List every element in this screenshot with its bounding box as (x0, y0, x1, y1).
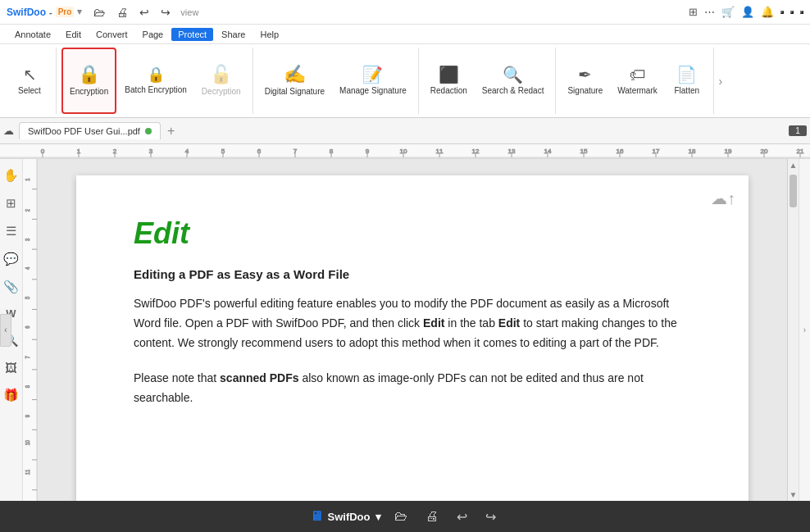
batch-encryption-label: Batch Encryption (125, 85, 187, 94)
cloud-upload-icon[interactable]: ☁↑ (711, 189, 735, 208)
scroll-down-button[interactable]: ▼ (788, 489, 799, 501)
images-icon[interactable]: 🖼 (2, 358, 20, 377)
bottom-undo-button[interactable]: ↩ (452, 507, 472, 526)
page-heading: Edit (134, 216, 691, 251)
scrollbar-thumb[interactable] (790, 175, 797, 207)
bottom-save-button[interactable]: 🗁 (389, 507, 412, 525)
digital-signature-icon: ✍ (284, 66, 306, 84)
menu-convert[interactable]: Convert (89, 28, 134, 41)
scroll-up-button[interactable]: ▲ (788, 159, 799, 171)
flatten-icon: 📄 (676, 66, 697, 83)
decryption-button[interactable]: 🔓 Decryption (195, 48, 248, 114)
svg-text:3: 3 (24, 238, 30, 241)
select-button[interactable]: ↖ Select (8, 48, 51, 114)
menu-protect[interactable]: Protect (171, 28, 213, 41)
maximize-button[interactable] (790, 11, 794, 14)
add-tab-button[interactable]: + (162, 124, 180, 139)
user-icon[interactable]: 👤 (741, 6, 754, 18)
signature-icon: ✒ (578, 66, 592, 83)
svg-text:9: 9 (24, 415, 30, 418)
tabs-bar: ☁ SwifDoo PDF User Gui...pdf + 1 (0, 118, 810, 144)
bottom-redo-button[interactable]: ↪ (480, 507, 501, 526)
print-icon-btn[interactable]: 🖨 (111, 4, 133, 20)
batch-encryption-button[interactable]: 🔒 Batch Encryption (118, 48, 193, 114)
brand-pro: Pro (56, 7, 75, 17)
redaction-button[interactable]: ⬛ Redaction (424, 48, 474, 114)
bookmarks-icon[interactable]: ☰ (3, 221, 19, 241)
toolbar-scroll-right[interactable]: › (714, 48, 727, 114)
redo-btn[interactable]: ↪ (156, 4, 175, 20)
svg-text:11: 11 (24, 469, 30, 475)
encryption-icon: 🔒 (78, 66, 100, 84)
brand-separator: - (49, 7, 52, 17)
select-icon: ↖ (23, 66, 37, 83)
main-area: ‹ ✋ ⊞ ☰ 💬 📎 W 🔍 🖼 🎁 1 2 3 4 5 (0, 159, 810, 501)
hand-tool-icon[interactable]: ✋ (1, 166, 21, 185)
menu-page[interactable]: Page (136, 28, 171, 41)
digital-signature-button[interactable]: ✍ Digital Signature (258, 48, 331, 114)
cart-icon[interactable]: 🛒 (721, 6, 735, 18)
svg-text:4: 4 (24, 266, 30, 270)
flatten-label: Flatten (674, 86, 699, 95)
right-panel-collapse[interactable]: › (799, 159, 810, 501)
decryption-label: Decryption (202, 87, 241, 96)
bottom-brand-dropdown[interactable]: ▾ (375, 511, 381, 523)
brand-name: SwifDoo (7, 7, 46, 18)
batch-encryption-icon: 🔒 (147, 67, 165, 82)
manage-signature-button[interactable]: 📝 Manage Signature (333, 48, 413, 114)
signature-button[interactable]: ✒ Signature (561, 48, 609, 114)
more-icon[interactable]: ⋯ (704, 6, 715, 18)
body-paragraph-2: Please note that scanned PDFs also known… (134, 369, 691, 408)
bottom-logo-icon: 🖥 (310, 509, 323, 524)
search-redact-button[interactable]: 🔍 Search & Redact (476, 48, 551, 114)
tab-pdf[interactable]: SwifDoo PDF User Gui...pdf (19, 122, 161, 139)
minimize-button[interactable] (780, 11, 784, 14)
menu-share[interactable]: Share (215, 28, 252, 41)
scrollbar-track[interactable] (788, 171, 799, 489)
title-bar: SwifDoo-Pro ▾ 🗁 🖨 ↩ ↪ view ⊞ ⋯ 🛒 👤 🔔 (0, 0, 810, 25)
tab-label: SwifDoo PDF User Gui...pdf (28, 126, 140, 136)
page-number-badge: 1 (789, 125, 807, 136)
bottom-print-button[interactable]: 🖨 (421, 507, 444, 525)
close-button[interactable] (800, 11, 803, 14)
signature-label: Signature (567, 86, 603, 95)
horizontal-ruler: 0 1 2 3 4 5 6 7 8 9 10 11 12 13 (0, 144, 810, 159)
bell-icon[interactable]: 🔔 (761, 6, 774, 18)
toolbar-group-select: ↖ Select (3, 48, 57, 114)
menu-annotate[interactable]: Annotate (8, 28, 57, 41)
title-bar-left: SwifDoo-Pro ▾ 🗁 🖨 ↩ ↪ view (7, 4, 202, 20)
flatten-button[interactable]: 📄 Flatten (666, 48, 708, 114)
comments-icon[interactable]: 💬 (1, 249, 21, 269)
menu-edit[interactable]: Edit (59, 28, 88, 41)
thumbnails-icon[interactable]: ⊞ (3, 193, 19, 213)
left-panel-collapse[interactable]: ‹ (0, 314, 11, 347)
save-icon-btn[interactable]: 🗁 (89, 4, 110, 20)
select-label: Select (18, 86, 41, 95)
title-nav: 🗁 🖨 ↩ ↪ view (89, 4, 202, 20)
watermark-icon: 🏷 (630, 66, 646, 83)
vertical-ruler: 1 2 3 4 5 6 7 8 9 10 11 (23, 159, 38, 501)
toolbar-group-encryption: 🔒 Encryption 🔒 Batch Encryption 🔓 Decryp… (57, 48, 253, 114)
encryption-button[interactable]: 🔒 Encryption (61, 48, 116, 114)
redaction-icon: ⬛ (439, 66, 459, 83)
grid-icon[interactable]: ⊞ (689, 6, 698, 18)
attachments-icon[interactable]: 📎 (1, 277, 21, 297)
toolbar: ↖ Select 🔒 Encryption 🔒 Batch Encryption… (0, 44, 810, 118)
vertical-scrollbar[interactable]: ▲ ▼ (787, 159, 799, 501)
content-area[interactable]: ☁↑ Edit Editing a PDF as Easy as a Word … (38, 159, 787, 501)
manage-signature-label: Manage Signature (339, 86, 407, 95)
undo-btn[interactable]: ↩ (134, 4, 154, 20)
menu-help[interactable]: Help (253, 28, 285, 41)
svg-text:6: 6 (24, 325, 30, 329)
brand-dropdown-icon[interactable]: ▾ (77, 7, 82, 17)
svg-text:5: 5 (24, 296, 30, 299)
bottom-bar: 🖥 SwifDoo ▾ 🗁 🖨 ↩ ↪ (0, 501, 810, 532)
manage-signature-icon: 📝 (362, 66, 383, 83)
toolbar-group-signature: ✍ Digital Signature 📝 Manage Signature (253, 48, 419, 114)
view-menu-item[interactable]: view (177, 6, 202, 19)
gift-icon[interactable]: 🎁 (1, 385, 21, 405)
cloud-icon: ☁ (3, 125, 14, 137)
body-paragraph-1: SwifDoo PDF's powerful editing feature e… (134, 294, 691, 352)
watermark-button[interactable]: 🏷 Watermark (611, 48, 664, 114)
redaction-label: Redaction (430, 86, 467, 95)
